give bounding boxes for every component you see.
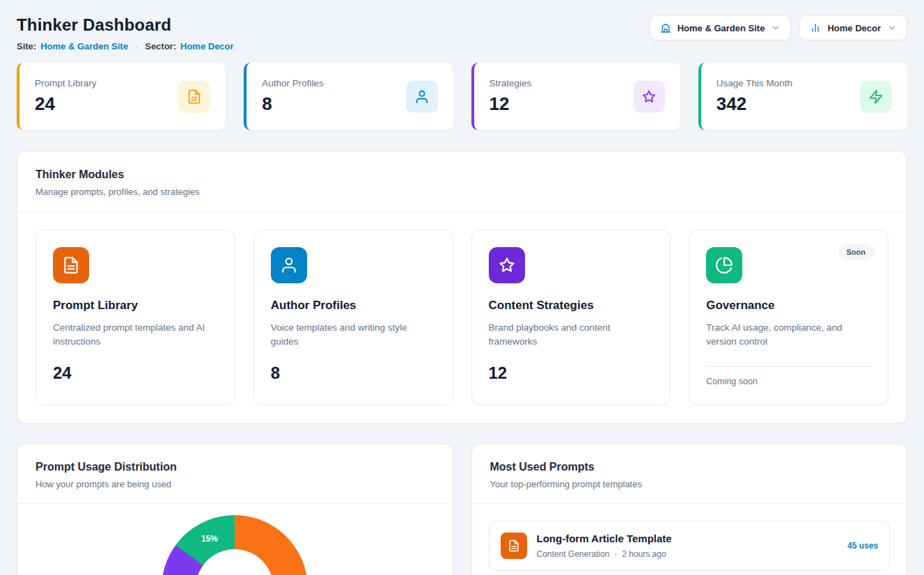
prompt-meta: Content Generation · 2 hours ago <box>537 549 672 559</box>
module-card-prompt-library[interactable]: Prompt Library Centralized prompt templa… <box>36 230 235 405</box>
site-selector-label: Home & Garden Site <box>678 23 765 33</box>
prompt-title: Long-form Article Template <box>537 533 672 544</box>
usage-distribution-card: Prompt Usage Distribution How your promp… <box>17 443 453 575</box>
site-selector-dropdown[interactable]: Home & Garden Site <box>650 15 792 40</box>
usage-card-subtitle: How your prompts are being used <box>36 479 434 489</box>
module-card-content-strategies[interactable]: Content Strategies Brand playbooks and c… <box>471 230 671 405</box>
document-icon <box>53 247 89 283</box>
header: Thinker Dashboard Site: Home & Garden Si… <box>17 15 907 52</box>
modules-panel-title: Thinker Modules <box>36 168 888 181</box>
stat-card-strategies: Strategies 12 <box>471 63 680 130</box>
separator-dot: · <box>614 549 617 559</box>
module-description: Track AI usage, compliance, and version … <box>706 321 871 349</box>
sector-selector-label: Home Decor <box>827 23 881 33</box>
site-link[interactable]: Home & Garden Site <box>40 41 128 52</box>
stat-label: Usage This Month <box>717 78 792 88</box>
sector-label: Sector: <box>145 41 176 52</box>
sparkle-star-icon <box>489 247 525 283</box>
module-title: Author Profiles <box>271 299 436 313</box>
header-selectors: Home & Garden Site Home Decor <box>650 15 907 40</box>
dashboard-page: Thinker Dashboard Site: Home & Garden Si… <box>0 0 924 575</box>
module-card-governance[interactable]: Soon Governance Track AI usage, complian… <box>689 230 888 405</box>
separator-dot: · <box>135 41 138 52</box>
bar-chart-icon <box>810 22 821 33</box>
pie-chart-icon <box>706 247 742 283</box>
soon-badge: Soon <box>838 244 875 260</box>
donut-slice-label: 15% <box>201 534 218 544</box>
stat-label: Strategies <box>490 78 532 88</box>
stat-text: Strategies 12 <box>490 78 532 115</box>
donut-chart-area: 45%22%18%15% <box>17 504 453 575</box>
stat-text: Usage This Month 342 <box>717 78 792 115</box>
stat-text: Author Profiles 8 <box>262 78 324 115</box>
module-description: Brand playbooks and content frameworks <box>489 321 654 349</box>
stat-label: Author Profiles <box>262 78 324 88</box>
modules-panel-header: Thinker Modules Manage prompts, profiles… <box>17 152 907 212</box>
document-icon <box>501 533 527 559</box>
thinker-modules-panel: Thinker Modules Manage prompts, profiles… <box>17 151 907 424</box>
zap-icon <box>860 81 892 113</box>
breadcrumb: Site: Home & Garden Site · Sector: Home … <box>17 41 234 52</box>
chevron-down-icon <box>887 23 897 33</box>
modules-panel-subtitle: Manage prompts, profiles, and strategies <box>36 187 888 197</box>
module-title: Content Strategies <box>489 299 654 313</box>
prompt-category: Content Generation <box>537 549 610 559</box>
sector-selector-dropdown[interactable]: Home Decor <box>799 15 907 40</box>
divider <box>706 366 871 367</box>
prompt-list-item[interactable]: Long-form Article Template Content Gener… <box>489 521 891 571</box>
usage-donut: 45%22%18%15% <box>162 515 308 575</box>
module-count: 12 <box>489 363 654 383</box>
usage-card-title: Prompt Usage Distribution <box>36 461 434 473</box>
site-label: Site: <box>17 41 36 52</box>
prompts-card-title: Most Used Prompts <box>490 461 889 473</box>
modules-grid: Prompt Library Centralized prompt templa… <box>17 212 907 423</box>
most-used-prompts-card: Most Used Prompts Your top-performing pr… <box>471 443 908 575</box>
stat-value: 342 <box>717 93 792 115</box>
module-count: 24 <box>53 363 218 383</box>
coming-soon-note: Coming soon <box>706 377 871 386</box>
prompt-time: 2 hours ago <box>622 549 666 559</box>
prompts-card-subtitle: Your top-performing prompt templates <box>490 479 889 489</box>
stat-value: 8 <box>262 93 324 115</box>
module-title: Governance <box>706 299 871 313</box>
stat-text: Prompt Library 24 <box>35 78 97 115</box>
stat-label: Prompt Library <box>35 78 97 88</box>
prompt-list: Long-form Article Template Content Gener… <box>472 504 907 575</box>
stat-value: 24 <box>35 93 97 115</box>
sector-link[interactable]: Home Decor <box>180 41 234 52</box>
header-left: Thinker Dashboard Site: Home & Garden Si… <box>17 15 234 52</box>
stats-row: Prompt Library 24 Author Profiles 8 Stra… <box>17 63 907 130</box>
prompts-card-header: Most Used Prompts Your top-performing pr… <box>472 444 907 504</box>
page-title: Thinker Dashboard <box>17 15 234 35</box>
building-icon <box>660 22 671 33</box>
prompt-uses-badge: 45 uses <box>847 541 878 551</box>
bottom-row: Prompt Usage Distribution How your promp… <box>17 443 907 575</box>
stat-card-author-profiles: Author Profiles 8 <box>244 63 453 130</box>
module-description: Centralized prompt templates and AI inst… <box>53 321 218 349</box>
usage-card-header: Prompt Usage Distribution How your promp… <box>17 444 453 504</box>
stat-card-prompt-library: Prompt Library 24 <box>17 63 226 130</box>
donut-hole <box>196 549 274 575</box>
user-icon <box>406 81 438 113</box>
sparkle-star-icon <box>633 81 665 113</box>
module-title: Prompt Library <box>53 299 218 313</box>
module-description: Voice templates and writing style guides <box>271 321 436 349</box>
chevron-down-icon <box>771 23 781 33</box>
module-card-author-profiles[interactable]: Author Profiles Voice templates and writ… <box>253 230 453 405</box>
document-icon <box>178 81 210 113</box>
user-icon <box>271 247 307 283</box>
module-count: 8 <box>271 363 436 383</box>
prompt-item-text: Long-form Article Template Content Gener… <box>537 533 672 559</box>
stat-card-usage: Usage This Month 342 <box>698 63 907 130</box>
stat-value: 12 <box>490 93 532 115</box>
